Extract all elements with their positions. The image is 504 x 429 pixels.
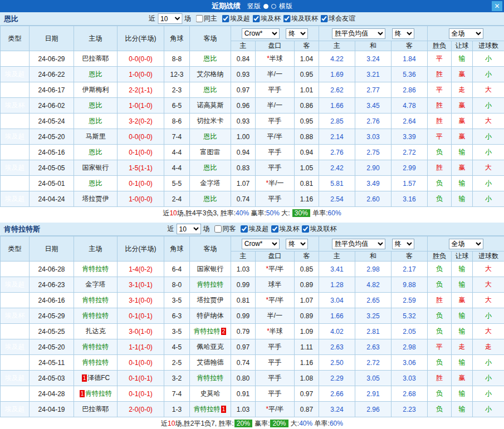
league-filters: 埃及超埃及杯埃及联杯 — [238, 224, 337, 234]
odds-stage-select[interactable]: 终 — [286, 28, 308, 39]
asian-home-odds-cell: 0.99 — [231, 308, 256, 324]
away-team-cell: 国家银行 — [190, 262, 231, 277]
eu-home-odds-cell: 3.24 — [319, 402, 355, 417]
handicap-text: 半/一 — [268, 179, 283, 187]
home-team-cell: 塔拉贾伊 — [74, 191, 118, 207]
eu-away-odds-cell: 5.36 — [392, 67, 428, 82]
league-label: 埃及杯 — [280, 224, 300, 234]
scope-select[interactable]: 全场 — [449, 28, 483, 39]
home-team-cell: 金字塔 — [74, 277, 118, 293]
league-checkbox[interactable] — [222, 15, 229, 22]
europe-stage-select[interactable]: 终 — [392, 28, 414, 39]
europe-odds-select[interactable]: 胜平负均值 — [332, 239, 385, 249]
eu-away-odds-cell: 2.64 — [392, 114, 428, 129]
score-cell: 0-1(0-1) — [118, 308, 164, 324]
handicap-text: 平手 — [268, 358, 282, 366]
handicap-cell: *平/半 — [256, 293, 295, 308]
league-label: 埃及联杯 — [310, 224, 337, 234]
odds-stage-select[interactable]: 终 — [286, 239, 308, 249]
col-header-eu-home: 主 — [319, 41, 355, 51]
league-type-cell: 埃及超 — [1, 51, 30, 67]
match-result-cell: 负 — [428, 324, 452, 339]
summary-part: 10 — [168, 420, 175, 427]
away-team-cell: 恩比 — [190, 82, 231, 98]
col-header-asian-home: 主 — [231, 252, 256, 262]
league-checkbox[interactable] — [302, 225, 309, 233]
matches-body: 埃及超24-06-29巴拉蒂耶0-0(0-0)8-8恩比0.84*半球1.044… — [1, 51, 504, 207]
league-filter[interactable]: 埃及联杯 — [300, 224, 337, 234]
handicap-result-cell: 输 — [452, 277, 473, 293]
asian-away-odds-cell: 1.16 — [295, 355, 319, 371]
summary-part: 赢率: — [253, 419, 270, 428]
europe-stage-select[interactable]: 终 — [392, 239, 414, 249]
same-side-filter[interactable]: 同主 — [193, 14, 217, 23]
col-header-corner: 角球 — [164, 26, 190, 51]
asian-home-odds-cell: 0.91 — [231, 386, 256, 402]
team-rank-badge: 2 — [221, 328, 227, 335]
league-filter[interactable]: 埃及超 — [238, 224, 269, 234]
eu-draw-odds-cell: 2.60 — [355, 191, 392, 207]
eu-home-odds-cell: 4.02 — [319, 324, 355, 339]
corner-cell: 3-5 — [164, 293, 190, 308]
match-result-cell: 负 — [428, 176, 452, 191]
eu-draw-odds-cell: 3.21 — [355, 67, 392, 82]
eu-draw-odds-cell: 3.49 — [355, 176, 392, 191]
eu-draw-odds-cell: 3.03 — [355, 129, 392, 145]
match-row: 埃及超24-06-22恩比1-0(0-0)12-3艾尔格纳0.93半/一0.95… — [1, 67, 504, 82]
handicap-result-cell: 输 — [452, 308, 473, 324]
games-label: 场 — [203, 224, 210, 234]
away-team-cell: 肯特拉特2 — [190, 324, 231, 339]
bookmaker-select[interactable]: Crow* — [242, 28, 280, 39]
league-filter[interactable]: 埃及杯 — [269, 224, 300, 234]
team-name: 肯特拉特 — [82, 312, 109, 319]
near-count-select[interactable]: 10 — [177, 224, 201, 234]
team-section: 恩比 近 10 场 同主 埃及超埃及杯埃及联杯球会友谊 类型 日期 主场 比分(… — [0, 12, 504, 219]
scope-select[interactable]: 全场 — [449, 239, 483, 249]
eu-away-odds-cell: 1.57 — [392, 176, 428, 191]
summary-part: 大: — [289, 419, 300, 428]
same-side-checkbox[interactable] — [195, 15, 203, 22]
league-type-cell: 埃及杯 — [1, 98, 30, 114]
league-checkbox[interactable] — [320, 15, 327, 22]
league-checkbox[interactable] — [241, 225, 248, 233]
league-filter[interactable]: 埃及联杯 — [281, 14, 318, 23]
away-team-cell: 肯特拉特1 — [190, 402, 231, 417]
match-result-cell: 平 — [428, 339, 452, 355]
league-type-cell: 埃及超 — [1, 277, 30, 293]
eu-draw-odds-cell: 2.91 — [355, 386, 392, 402]
handicap-text: 平手 — [268, 343, 282, 351]
close-button[interactable]: ✕ — [492, 1, 502, 11]
corner-cell: 4-4 — [164, 160, 190, 176]
league-label: 埃及杯 — [261, 14, 281, 23]
same-side-checkbox[interactable] — [214, 225, 222, 233]
near-count-select[interactable]: 10 — [158, 13, 182, 24]
asian-home-odds-cell: 0.74 — [231, 355, 256, 371]
team-name: 塔拉贾伊 — [82, 195, 109, 203]
away-team-cell: 金字塔 — [190, 176, 231, 191]
col-header-eu-away: 客 — [392, 252, 428, 262]
league-checkbox[interactable] — [252, 15, 260, 22]
home-team-cell: 肯特拉特 — [74, 308, 118, 324]
bookmaker-select[interactable]: Crow* — [242, 239, 280, 249]
match-row: 埃及超24-06-16肯特拉特3-1(0-0)3-5塔拉贾伊0.81*平/半1.… — [1, 293, 504, 308]
match-result-cell: 负 — [428, 277, 452, 293]
asian-home-odds-cell: 0.93 — [231, 114, 256, 129]
horizontal-layout-radio[interactable] — [271, 4, 276, 9]
vertical-layout-radio[interactable] — [263, 4, 268, 9]
eu-home-odds-cell: 2.63 — [319, 339, 355, 355]
handicap-result-cell: 输 — [452, 191, 473, 207]
col-header-asian-away: 客 — [295, 41, 319, 51]
away-team-cell: 恩比 — [190, 191, 231, 207]
corner-cell: 7-4 — [164, 386, 190, 402]
league-type-cell: 埃及杯 — [1, 308, 30, 324]
team-name: 恩比 — [89, 179, 102, 187]
league-filter[interactable]: 埃及杯 — [250, 14, 281, 23]
league-checkbox[interactable] — [283, 15, 290, 22]
league-filter[interactable]: 埃及超 — [219, 14, 250, 23]
same-side-filter[interactable]: 同客 — [212, 224, 236, 234]
league-filter[interactable]: 球会友谊 — [318, 14, 355, 23]
asian-away-odds-cell: 1.16 — [295, 191, 319, 207]
europe-odds-select[interactable]: 胜平负均值 — [332, 28, 385, 39]
asian-home-odds-cell: 0.97 — [231, 82, 256, 98]
league-checkbox[interactable] — [271, 225, 278, 233]
